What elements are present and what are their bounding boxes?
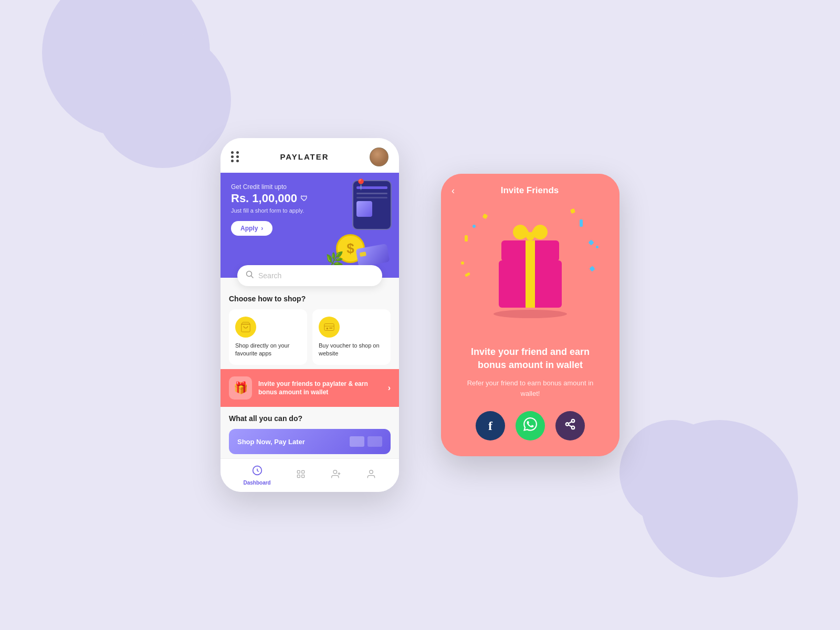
shop-label-apps: Shop directly on your favourite apps — [235, 342, 301, 358]
invite-gift-icon: 🎁 — [229, 376, 252, 400]
shield-icon: 🛡 — [300, 194, 308, 203]
voucher-icon — [319, 317, 340, 338]
invite-body: Invite your friend and earn bonus amount… — [441, 340, 620, 456]
confetti-4 — [580, 219, 583, 227]
svg-rect-7 — [297, 471, 300, 474]
svg-point-17 — [572, 426, 575, 429]
svg-point-14 — [369, 470, 373, 474]
nav-dashboard[interactable]: Dashboard — [243, 465, 270, 486]
svg-line-18 — [569, 425, 572, 427]
nav-scan[interactable] — [296, 469, 306, 482]
chevron-right-icon: › — [388, 383, 391, 393]
person-add-icon — [331, 469, 341, 482]
scan-icon — [296, 469, 306, 482]
invite-main-title: Invite your friend and earn bonus amount… — [457, 345, 604, 372]
phone2: ‹ Invite Friends — [441, 174, 620, 456]
bottom-navigation: Dashboard — [220, 458, 399, 492]
dot4 — [236, 155, 239, 158]
invite-sub-text: Refer your friend to earn bonus amount i… — [457, 378, 604, 398]
shop-label-voucher: Buy voucher to shop on website — [319, 342, 384, 358]
svg-point-4 — [327, 328, 329, 330]
dot5 — [231, 160, 234, 162]
cart-icon — [235, 317, 256, 338]
confetti-5 — [465, 235, 468, 242]
choose-shop-section: Choose how to shop? Shop directly on you… — [220, 286, 399, 370]
confetti-9 — [465, 272, 470, 277]
nav-profile[interactable] — [366, 469, 376, 482]
svg-point-11 — [333, 470, 337, 474]
whatsapp-icon — [523, 417, 537, 434]
bg-blob-2 — [94, 32, 231, 168]
chevron-right-icon: › — [261, 225, 263, 232]
shop-option-voucher[interactable]: Buy voucher to shop on website — [312, 309, 391, 365]
apply-button[interactable]: Apply › — [231, 221, 272, 236]
what-section-title: What all you can do? — [229, 414, 391, 423]
dot3 — [231, 155, 234, 158]
choose-section-title: Choose how to shop? — [229, 295, 391, 303]
back-button[interactable]: ‹ — [452, 185, 455, 196]
invite-screen-title: Invite Friends — [463, 185, 596, 196]
svg-point-15 — [572, 419, 575, 423]
dot6 — [236, 160, 239, 162]
svg-line-19 — [569, 422, 572, 424]
promo-banner: Get Credit limit upto Rs. 1,00,000 🛡 Jus… — [220, 173, 399, 278]
svg-rect-5 — [329, 328, 332, 329]
person-icon — [366, 469, 376, 482]
phone1-header: PAYLATER — [220, 138, 399, 173]
dot1 — [231, 151, 234, 154]
confetti-3 — [570, 208, 575, 214]
dot2 — [236, 151, 239, 154]
social-buttons: f — [476, 411, 585, 440]
confetti-8 — [596, 246, 598, 248]
gift-lid — [501, 240, 559, 261]
screens-container: PAYLATER Get Credit limit upto Rs. 1,00,… — [220, 138, 620, 492]
share-icon — [564, 418, 576, 433]
confetti-7 — [461, 261, 464, 265]
shop-option-apps[interactable]: Shop directly on your favourite apps — [229, 309, 307, 365]
dashboard-label: Dashboard — [243, 480, 270, 486]
gift-shadow — [494, 310, 567, 318]
confetti-2 — [472, 225, 476, 228]
search-icon — [246, 270, 254, 281]
search-bar[interactable]: Search — [237, 265, 382, 286]
confetti-10 — [589, 266, 595, 271]
invite-friends-banner[interactable]: 🎁 Invite your friends to paylater & earn… — [220, 369, 399, 407]
svg-point-16 — [566, 423, 569, 426]
svg-rect-9 — [297, 475, 300, 478]
app-title: PAYLATER — [280, 152, 329, 161]
search-placeholder: Search — [258, 271, 281, 280]
card-chip-icon — [350, 436, 364, 447]
nav-add-person[interactable] — [331, 469, 341, 482]
facebook-button[interactable]: f — [476, 411, 505, 440]
gift-box-wrap — [494, 225, 567, 335]
confetti-6 — [588, 239, 594, 245]
shop-options: Shop directly on your favourite apps Buy… — [229, 309, 391, 365]
svg-rect-3 — [324, 323, 334, 330]
gift-box-body — [499, 260, 562, 308]
phone1: PAYLATER Get Credit limit upto Rs. 1,00,… — [220, 138, 399, 492]
confetti-1 — [482, 213, 488, 219]
what-section: What all you can do? Shop Now, Pay Later — [220, 407, 399, 458]
card-icon — [368, 436, 382, 447]
svg-rect-10 — [301, 475, 304, 478]
share-button[interactable] — [555, 411, 585, 440]
invite-banner-text: Invite your friends to paylater & earn b… — [258, 380, 382, 397]
svg-rect-8 — [301, 471, 304, 474]
shop-now-card[interactable]: Shop Now, Pay Later — [229, 429, 391, 454]
bow-center — [526, 232, 534, 240]
svg-line-1 — [251, 276, 254, 278]
whatsapp-button[interactable] — [516, 411, 545, 440]
location-icon: 📍 — [354, 178, 368, 191]
menu-icon[interactable] — [231, 151, 239, 162]
facebook-icon: f — [488, 419, 492, 433]
invite-screen-header: ‹ Invite Friends — [441, 174, 620, 204]
gift-illustration — [441, 204, 620, 340]
avatar[interactable] — [370, 148, 388, 166]
avatar-face — [370, 148, 388, 166]
bg-blob-4 — [620, 420, 724, 525]
dashboard-icon — [252, 465, 262, 478]
